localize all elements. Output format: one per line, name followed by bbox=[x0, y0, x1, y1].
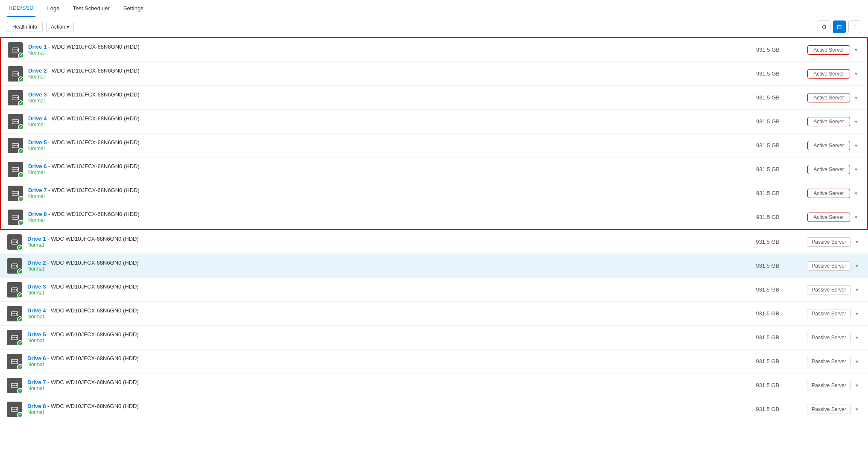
passive-server-section: Drive 1 - WDC WD10JFCX-68N6GN0 (HDD) Nor… bbox=[0, 230, 868, 421]
chevron-down-icon[interactable]: ▾ bbox=[853, 405, 861, 414]
health-info-button[interactable]: Health Info bbox=[7, 22, 43, 32]
drive-size: 931.5 GB bbox=[756, 358, 807, 364]
drive-server: Active Server ▾ bbox=[807, 141, 860, 150]
drive-size: 931.5 GB bbox=[756, 94, 807, 101]
drive-number: Drive 4 bbox=[27, 307, 46, 314]
drive-info: Drive 3 - WDC WD10JFCX-68N6GN0 (HDD) Nor… bbox=[27, 283, 756, 296]
hdd-icon bbox=[10, 333, 19, 342]
drive-info: Drive 5 - WDC WD10JFCX-68N6GN0 (HDD) Nor… bbox=[27, 331, 756, 344]
nav-settings[interactable]: Settings bbox=[122, 0, 145, 17]
chevron-down-icon[interactable]: ▾ bbox=[853, 381, 861, 390]
drive-name: Drive 3 - WDC WD10JFCX-68N6GN0 (HDD) bbox=[28, 91, 756, 98]
drive-info: Drive 6 - WDC WD10JFCX-68N6GN0 (HDD) Nor… bbox=[27, 355, 756, 367]
drive-info: Drive 4 - WDC WD10JFCX-68N6GN0 (HDD) Nor… bbox=[27, 307, 756, 320]
server-badge: Passive Server bbox=[807, 285, 851, 294]
drive-number: Drive 3 bbox=[27, 283, 46, 290]
drive-icon bbox=[7, 234, 22, 250]
chevron-down-icon[interactable]: ▾ bbox=[853, 357, 861, 366]
table-row: Drive 6 - WDC WD10JFCX-68N6GN0 (HDD) Nor… bbox=[0, 350, 868, 373]
toolbar-left: Health Info Action ▾ bbox=[7, 22, 74, 32]
drive-size: 931.5 GB bbox=[756, 239, 807, 245]
chevron-down-icon[interactable]: ▾ bbox=[852, 70, 860, 78]
drive-server: Passive Server ▾ bbox=[807, 309, 861, 318]
drive-number: Drive 1 bbox=[27, 236, 46, 242]
drive-icon bbox=[8, 138, 23, 153]
filter-button[interactable]: ⚙ bbox=[818, 20, 830, 33]
drive-info: Drive 1 - WDC WD10JFCX-68N6GN0 (HDD) Nor… bbox=[28, 44, 756, 56]
drive-name: Drive 4 - WDC WD10JFCX-68N6GN0 (HDD) bbox=[27, 307, 756, 314]
drive-info: Drive 7 - WDC WD10JFCX-68N6GN0 (HDD) Nor… bbox=[28, 187, 756, 199]
chevron-down-icon[interactable]: ▾ bbox=[852, 93, 860, 102]
drive-icon bbox=[8, 90, 23, 105]
table-row: Drive 4 - WDC WD10JFCX-68N6GN0 (HDD) Nor… bbox=[0, 302, 868, 326]
svg-point-19 bbox=[17, 192, 18, 194]
drive-size: 931.5 GB bbox=[756, 382, 807, 388]
drive-icon bbox=[7, 378, 22, 393]
drive-server: Active Server ▾ bbox=[807, 69, 860, 79]
status-dot bbox=[17, 364, 23, 370]
hdd-icon bbox=[10, 286, 19, 294]
list-view-button[interactable]: ≡ bbox=[848, 20, 861, 33]
drive-size: 931.5 GB bbox=[756, 262, 807, 269]
drive-icon bbox=[8, 210, 23, 225]
server-badge: Passive Server bbox=[807, 309, 851, 318]
drive-number: Drive 7 bbox=[28, 187, 47, 193]
drive-icon bbox=[7, 282, 22, 297]
status-dot bbox=[17, 292, 23, 298]
drive-icon bbox=[8, 66, 23, 82]
svg-point-34 bbox=[16, 313, 17, 314]
table-row: Drive 2 - WDC WD10JFCX-68N6GN0 (HDD) Nor… bbox=[1, 62, 867, 86]
drive-size: 931.5 GB bbox=[756, 190, 807, 196]
drive-size: 931.5 GB bbox=[756, 166, 807, 172]
drive-status: Normal bbox=[27, 314, 756, 320]
action-button[interactable]: Action ▾ bbox=[46, 22, 74, 32]
chevron-down-icon[interactable]: ▾ bbox=[852, 117, 860, 126]
drive-server: Passive Server ▾ bbox=[807, 405, 861, 414]
drive-name: Drive 5 - WDC WD10JFCX-68N6GN0 (HDD) bbox=[27, 331, 756, 338]
drive-icon bbox=[7, 330, 22, 345]
drive-number: Drive 3 bbox=[28, 91, 47, 98]
drive-status: Normal bbox=[28, 74, 756, 80]
chevron-down-icon[interactable]: ▾ bbox=[853, 238, 861, 246]
hdd-icon bbox=[11, 189, 20, 198]
drive-icon bbox=[7, 306, 22, 321]
hdd-icon bbox=[10, 357, 19, 366]
active-server-section: Drive 1 - WDC WD10JFCX-68N6GN0 (HDD) Nor… bbox=[0, 37, 868, 230]
chevron-down-icon[interactable]: ▾ bbox=[853, 262, 861, 270]
table-row: Drive 4 - WDC WD10JFCX-68N6GN0 (HDD) Nor… bbox=[1, 110, 867, 134]
drive-status: Normal bbox=[27, 242, 756, 248]
drive-server: Active Server ▾ bbox=[807, 213, 860, 222]
table-row: Drive 3 - WDC WD10JFCX-68N6GN0 (HDD) Nor… bbox=[1, 86, 867, 110]
top-nav: HDD/SSD Logs Test Scheduler Settings bbox=[0, 0, 868, 17]
status-dot bbox=[18, 76, 24, 82]
status-dot bbox=[18, 172, 24, 178]
server-badge: Active Server bbox=[807, 45, 850, 55]
hdd-icon bbox=[11, 70, 20, 78]
drive-number: Drive 5 bbox=[27, 331, 46, 338]
status-dot bbox=[17, 340, 23, 346]
hdd-icon bbox=[11, 117, 20, 126]
drive-name: Drive 1 - WDC WD10JFCX-68N6GN0 (HDD) bbox=[27, 236, 756, 242]
grid-view-button[interactable]: ⊟ bbox=[833, 20, 846, 33]
drive-status: Normal bbox=[27, 290, 756, 296]
drive-number: Drive 2 bbox=[27, 259, 46, 266]
nav-logs[interactable]: Logs bbox=[46, 0, 61, 17]
status-dot bbox=[18, 124, 24, 130]
drive-icon bbox=[7, 354, 22, 369]
chevron-down-icon[interactable]: ▾ bbox=[853, 309, 861, 318]
server-badge: Active Server bbox=[807, 141, 850, 150]
drive-status: Normal bbox=[27, 385, 756, 391]
nav-test-scheduler[interactable]: Test Scheduler bbox=[71, 0, 111, 17]
table-row: Drive 8 - WDC WD10JFCX-68N6GN0 (HDD) Nor… bbox=[0, 397, 868, 421]
svg-point-22 bbox=[17, 216, 18, 218]
chevron-down-icon[interactable]: ▾ bbox=[852, 141, 860, 150]
chevron-down-icon[interactable]: ▾ bbox=[852, 46, 860, 54]
drive-server: Active Server ▾ bbox=[807, 45, 860, 55]
nav-hdd-ssd[interactable]: HDD/SSD bbox=[7, 0, 35, 17]
chevron-down-icon[interactable]: ▾ bbox=[852, 189, 860, 198]
drive-server: Passive Server ▾ bbox=[807, 237, 861, 247]
chevron-down-icon[interactable]: ▾ bbox=[852, 213, 860, 222]
chevron-down-icon[interactable]: ▾ bbox=[852, 165, 860, 174]
chevron-down-icon[interactable]: ▾ bbox=[853, 286, 861, 294]
chevron-down-icon[interactable]: ▾ bbox=[853, 333, 861, 342]
